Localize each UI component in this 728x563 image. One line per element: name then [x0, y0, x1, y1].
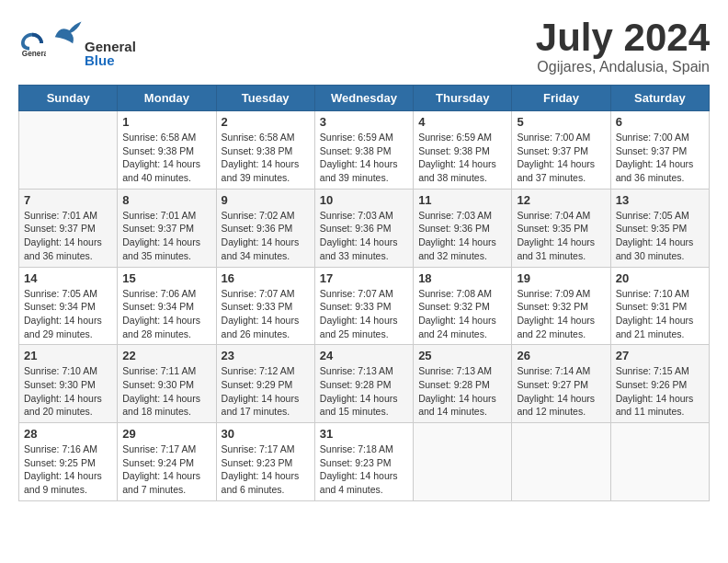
calendar-day-header: Friday [512, 86, 610, 111]
calendar-body: 1Sunrise: 6:58 AM Sunset: 9:38 PM Daylig… [19, 111, 710, 501]
cell-content: Sunrise: 7:10 AM Sunset: 9:31 PM Dayligh… [616, 287, 704, 341]
day-number: 5 [517, 115, 605, 129]
calendar-cell: 2Sunrise: 6:58 AM Sunset: 9:38 PM Daylig… [216, 111, 314, 190]
cell-content: Sunrise: 6:59 AM Sunset: 9:38 PM Dayligh… [320, 131, 408, 185]
day-number: 17 [320, 271, 408, 285]
calendar-cell: 13Sunrise: 7:05 AM Sunset: 9:35 PM Dayli… [610, 189, 709, 267]
calendar-cell: 23Sunrise: 7:12 AM Sunset: 9:29 PM Dayli… [216, 345, 314, 423]
calendar-cell: 17Sunrise: 7:07 AM Sunset: 9:33 PM Dayli… [314, 267, 413, 345]
calendar-week-row: 7Sunrise: 7:01 AM Sunset: 9:37 PM Daylig… [19, 189, 710, 267]
day-number: 13 [616, 193, 704, 207]
calendar-table: SundayMondayTuesdayWednesdayThursdayFrid… [18, 85, 710, 501]
calendar-cell [414, 423, 512, 501]
calendar-cell: 27Sunrise: 7:15 AM Sunset: 9:26 PM Dayli… [610, 345, 709, 423]
calendar-cell [610, 423, 709, 501]
calendar-week-row: 14Sunrise: 7:05 AM Sunset: 9:34 PM Dayli… [19, 267, 710, 345]
logo-blue: Blue [85, 53, 136, 67]
day-number: 26 [517, 349, 605, 362]
cell-content: Sunrise: 7:00 AM Sunset: 9:37 PM Dayligh… [616, 131, 704, 185]
cell-content: Sunrise: 7:00 AM Sunset: 9:37 PM Dayligh… [517, 131, 605, 185]
page-header: General General Blue July 2024 Ogijares,… [18, 18, 710, 75]
cell-content: Sunrise: 7:14 AM Sunset: 9:27 PM Dayligh… [517, 364, 605, 419]
day-number: 12 [517, 193, 605, 207]
day-number: 8 [122, 193, 210, 207]
calendar-cell: 11Sunrise: 7:03 AM Sunset: 9:36 PM Dayli… [414, 189, 512, 267]
day-number: 27 [616, 349, 704, 362]
day-number: 24 [320, 349, 408, 362]
calendar-day-header: Thursday [414, 86, 512, 111]
calendar-cell: 3Sunrise: 6:59 AM Sunset: 9:38 PM Daylig… [314, 111, 413, 190]
day-number: 28 [24, 427, 112, 441]
cell-content: Sunrise: 7:17 AM Sunset: 9:24 PM Dayligh… [122, 442, 210, 497]
cell-content: Sunrise: 7:02 AM Sunset: 9:36 PM Dayligh… [222, 209, 310, 263]
cell-content: Sunrise: 7:10 AM Sunset: 9:30 PM Dayligh… [24, 364, 112, 419]
page-subtitle: Ogijares, Andalusia, Spain [536, 59, 710, 75]
calendar-cell: 19Sunrise: 7:09 AM Sunset: 9:32 PM Dayli… [512, 267, 610, 345]
cell-content: Sunrise: 7:04 AM Sunset: 9:35 PM Dayligh… [517, 209, 605, 263]
calendar-week-row: 28Sunrise: 7:16 AM Sunset: 9:25 PM Dayli… [19, 423, 710, 501]
calendar-cell: 12Sunrise: 7:04 AM Sunset: 9:35 PM Dayli… [512, 189, 610, 267]
day-number: 9 [222, 193, 310, 207]
calendar-day-header: Wednesday [314, 86, 413, 111]
calendar-cell: 20Sunrise: 7:10 AM Sunset: 9:31 PM Dayli… [610, 267, 709, 345]
cell-content: Sunrise: 7:11 AM Sunset: 9:30 PM Dayligh… [122, 364, 210, 419]
calendar-cell: 14Sunrise: 7:05 AM Sunset: 9:34 PM Dayli… [19, 267, 118, 345]
logo: General General Blue [18, 18, 136, 67]
day-number: 4 [418, 115, 506, 129]
day-number: 15 [122, 271, 210, 285]
calendar-cell: 30Sunrise: 7:17 AM Sunset: 9:23 PM Dayli… [216, 423, 314, 501]
calendar-cell: 7Sunrise: 7:01 AM Sunset: 9:37 PM Daylig… [19, 189, 118, 267]
cell-content: Sunrise: 7:05 AM Sunset: 9:34 PM Dayligh… [24, 287, 112, 341]
day-number: 31 [320, 427, 408, 441]
calendar-cell: 15Sunrise: 7:06 AM Sunset: 9:34 PM Dayli… [118, 267, 216, 345]
calendar-cell: 8Sunrise: 7:01 AM Sunset: 9:37 PM Daylig… [118, 189, 216, 267]
calendar-cell: 26Sunrise: 7:14 AM Sunset: 9:27 PM Dayli… [512, 345, 610, 423]
day-number: 20 [616, 271, 704, 285]
cell-content: Sunrise: 7:18 AM Sunset: 9:23 PM Dayligh… [320, 442, 408, 497]
calendar-cell [512, 423, 610, 501]
calendar-week-row: 1Sunrise: 6:58 AM Sunset: 9:38 PM Daylig… [19, 111, 710, 190]
cell-content: Sunrise: 7:13 AM Sunset: 9:28 PM Dayligh… [320, 364, 408, 419]
day-number: 16 [222, 271, 310, 285]
cell-content: Sunrise: 7:09 AM Sunset: 9:32 PM Dayligh… [517, 287, 605, 341]
page-title: July 2024 [536, 18, 710, 57]
day-number: 10 [320, 193, 408, 207]
day-number: 22 [122, 349, 210, 362]
cell-content: Sunrise: 6:58 AM Sunset: 9:38 PM Dayligh… [222, 131, 310, 185]
day-number: 18 [418, 271, 506, 285]
cell-content: Sunrise: 7:01 AM Sunset: 9:37 PM Dayligh… [122, 209, 210, 263]
calendar-cell: 22Sunrise: 7:11 AM Sunset: 9:30 PM Dayli… [118, 345, 216, 423]
title-section: July 2024 Ogijares, Andalusia, Spain [536, 18, 710, 75]
calendar-cell: 10Sunrise: 7:03 AM Sunset: 9:36 PM Dayli… [314, 189, 413, 267]
day-number: 14 [24, 271, 112, 285]
cell-content: Sunrise: 7:03 AM Sunset: 9:36 PM Dayligh… [418, 209, 506, 263]
day-number: 2 [222, 115, 310, 129]
calendar-cell: 29Sunrise: 7:17 AM Sunset: 9:24 PM Dayli… [118, 423, 216, 501]
calendar-day-header: Monday [118, 86, 216, 111]
cell-content: Sunrise: 6:58 AM Sunset: 9:38 PM Dayligh… [122, 131, 210, 185]
calendar-cell: 18Sunrise: 7:08 AM Sunset: 9:32 PM Dayli… [414, 267, 512, 345]
day-number: 29 [122, 427, 210, 441]
day-number: 25 [418, 349, 506, 362]
cell-content: Sunrise: 7:07 AM Sunset: 9:33 PM Dayligh… [222, 287, 310, 341]
cell-content: Sunrise: 7:17 AM Sunset: 9:23 PM Dayligh… [222, 442, 310, 497]
calendar-day-header: Sunday [19, 86, 118, 111]
calendar-cell: 9Sunrise: 7:02 AM Sunset: 9:36 PM Daylig… [216, 189, 314, 267]
calendar-cell: 4Sunrise: 6:59 AM Sunset: 9:38 PM Daylig… [414, 111, 512, 190]
day-number: 30 [222, 427, 310, 441]
logo-icon: General [18, 29, 46, 57]
day-number: 21 [24, 349, 112, 362]
calendar-cell [19, 111, 118, 190]
calendar-week-row: 21Sunrise: 7:10 AM Sunset: 9:30 PM Dayli… [19, 345, 710, 423]
calendar-cell: 31Sunrise: 7:18 AM Sunset: 9:23 PM Dayli… [314, 423, 413, 501]
calendar-day-header: Tuesday [216, 86, 314, 111]
day-number: 1 [122, 115, 210, 129]
calendar-day-header: Saturday [610, 86, 709, 111]
calendar-cell: 21Sunrise: 7:10 AM Sunset: 9:30 PM Dayli… [19, 345, 118, 423]
cell-content: Sunrise: 7:07 AM Sunset: 9:33 PM Dayligh… [320, 287, 408, 341]
day-number: 11 [418, 193, 506, 207]
cell-content: Sunrise: 7:03 AM Sunset: 9:36 PM Dayligh… [320, 209, 408, 263]
calendar-cell: 24Sunrise: 7:13 AM Sunset: 9:28 PM Dayli… [314, 345, 413, 423]
calendar-cell: 25Sunrise: 7:13 AM Sunset: 9:28 PM Dayli… [414, 345, 512, 423]
day-number: 7 [24, 193, 112, 207]
